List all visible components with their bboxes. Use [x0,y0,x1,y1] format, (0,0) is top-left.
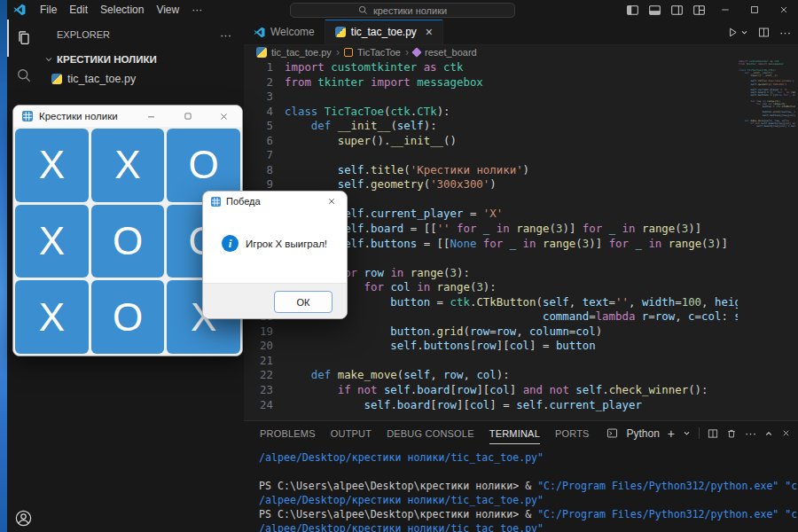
python-file-icon [51,74,62,84]
dialog-titlebar[interactable]: Победа [203,192,347,211]
terminal-line: /alpee/Desktop/крестики нолики/tic_tac_t… [259,451,798,466]
line-number: 7 [244,148,285,163]
panel-tab-ports[interactable]: PORTS [555,422,590,444]
toggle-secondary-sidebar-icon[interactable] [666,0,688,20]
panel-header: PROBLEMSOUTPUTDEBUG CONSOLETERMINALPORTS… [244,421,798,445]
code-line: 8 self.title('Крестики нолики') [244,163,738,178]
line-number: 1 [244,60,285,75]
board-cell-1-0[interactable]: X [15,205,89,278]
minimap-line: self.buttons[row][col] = button [739,114,795,117]
sidebar-more-actions[interactable]: ··· [220,28,231,42]
minimap[interactable]: import customtkinter as ctkfrom tkinter … [739,60,795,421]
code-line: 2from tkinter import messagebox [244,75,738,90]
close-window-button[interactable] [769,0,798,20]
split-terminal-icon[interactable] [708,428,718,439]
panel-tab-problems[interactable]: PROBLEMS [260,422,316,444]
breadcrumb-item[interactable]: TicTacToe [344,47,401,58]
code-line: 22 def make_move(self, row, col): [244,368,738,383]
maximize-panel-icon[interactable] [764,429,773,438]
breadcrumb-item[interactable]: reset_board [413,47,477,58]
python-icon [256,47,267,58]
menubar-overflow[interactable]: ··· [185,0,208,20]
breadcrumb-separator: › [336,46,340,59]
sidebar-header: EXPLORER ··· [40,20,244,50]
code-text: self.board[row][col] = self.current_play… [285,398,642,413]
game-maximize-button[interactable] [169,106,206,127]
menu-selection[interactable]: Selection [94,0,150,20]
file-name: tic_tac_toe.py [67,73,136,85]
code-line: 19 button.grid(row=row, column=col) [244,325,738,340]
bottom-panel: PROBLEMSOUTPUTDEBUG CONSOLETERMINALPORTS… [244,420,798,532]
minimize-button[interactable] [710,0,739,20]
board-cell-2-0[interactable]: X [15,280,89,354]
menu-edit[interactable]: Edit [63,0,94,20]
panel-more-actions[interactable]: ··· [745,426,756,440]
screen: FileEditSelectionView··· крестики нолики [0,0,798,532]
code-line: 20 self.buttons[row][col] = button [244,339,738,354]
code-text: self.title('Крестики нолики') [285,163,529,178]
tab-welcome[interactable]: Welcome [244,20,325,44]
info-icon: i [222,235,239,252]
chevron-down-icon [44,55,53,64]
terminal-dropdown-icon[interactable] [683,429,691,437]
code-text: self.buttons = [[None for _ in range(3)]… [285,237,728,252]
breadcrumb-item[interactable]: tic_tac_toe.py [256,47,332,58]
board-cell-0-0[interactable]: X [15,129,89,202]
run-python-file-icon[interactable] [727,27,748,38]
game-titlebar[interactable]: Крестики нолики [13,106,242,128]
command-center-search[interactable]: крестики нолики [290,3,515,18]
vscode-logo-icon [13,4,26,16]
line-number: 24 [244,398,285,413]
game-minimize-button[interactable] [133,106,169,127]
ok-button[interactable]: ОК [274,291,332,313]
code-line: 6 super().__init__() [244,134,738,149]
game-close-button[interactable] [206,106,242,127]
code-line: 7 [244,148,738,163]
kill-terminal-icon[interactable] [726,428,737,439]
panel-tabs: PROBLEMSOUTPUTDEBUG CONSOLETERMINALPORTS [260,422,590,444]
panel-tab-output[interactable]: OUTPUT [331,422,372,444]
maximize-button[interactable] [739,0,769,20]
terminal-line: /alpee/Desktop/крестики нолики/tic_tac_t… [259,522,798,532]
breadcrumb-label: tic_tac_toe.py [271,47,332,58]
close-panel-icon[interactable] [781,428,791,438]
editor-more-actions[interactable]: ··· [779,26,791,39]
terminal-line: PS C:\Users\alpee\Desktop\крестики нолик… [259,480,798,494]
breadcrumb-separator: › [405,46,409,59]
menu-view[interactable]: View [150,0,185,20]
customize-layout-icon[interactable] [688,0,710,20]
line-number: 2 [244,75,285,90]
tab-tic-tac-toe-py[interactable]: tic_tac_toe.py× [325,20,443,44]
board-cell-0-1[interactable]: X [91,129,165,202]
panel-tab-terminal[interactable]: TERMINAL [489,422,540,444]
tab-label: Welcome [270,26,315,38]
terminal-output[interactable]: /alpee/Desktop/крестики нолики/tic_tac_t… [244,445,798,532]
code-text: self.buttons[row][col] = button [285,339,596,354]
terminal-profile-label[interactable]: Python [626,427,659,440]
split-editor-icon[interactable] [758,27,770,38]
code-text: from tkinter import messagebox [285,75,483,90]
breadcrumb: tic_tac_toe.py›TicTacToe›reset_board [244,44,798,60]
line-number: 21 [244,354,285,369]
board-cell-1-1[interactable]: O [91,205,165,278]
game-app-icon [22,111,33,121]
code-text: button.grid(row=row, column=col) [285,325,602,340]
desktop-background [0,0,7,532]
dialog-close-button[interactable] [317,192,347,211]
panel-tab-debug-console[interactable]: DEBUG CONSOLE [387,422,474,444]
code-text: class TicTacToe(ctk.CTk): [285,105,450,120]
close-tab-icon[interactable]: × [426,27,433,37]
new-terminal-icon[interactable]: + [668,429,675,438]
explorer-view-icon[interactable] [7,20,40,57]
toggle-sidebar-icon[interactable] [622,0,644,20]
breadcrumb-label: reset_board [425,47,477,58]
menu-file[interactable]: File [34,0,63,20]
titlebar: FileEditSelectionView··· крестики нолики [7,0,798,20]
toggle-panel-icon[interactable] [644,0,666,20]
file-row-tic-tac-toe[interactable]: tic_tac_toe.py [40,69,244,89]
line-number: 22 [244,368,285,383]
board-cell-2-1[interactable]: O [91,280,165,354]
folder-row[interactable]: КРЕСТИКИ НОЛИКИ [40,50,244,69]
search-view-icon[interactable] [7,57,40,94]
account-icon[interactable] [7,509,40,528]
